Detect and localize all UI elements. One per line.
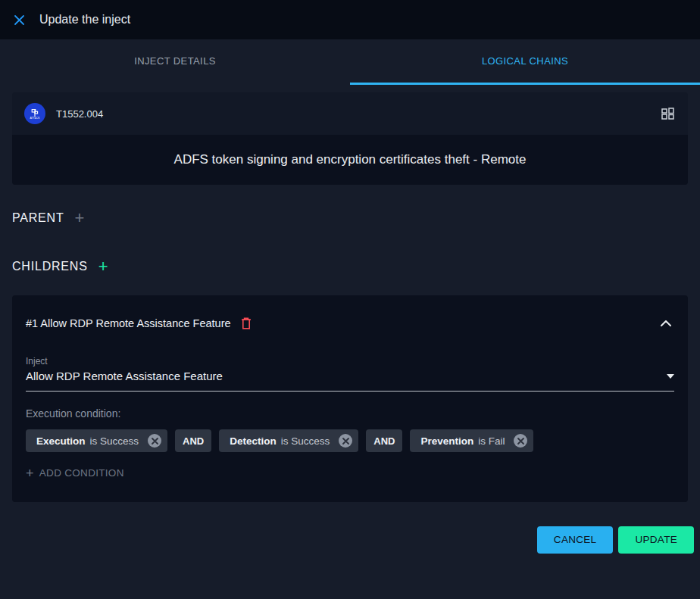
remove-condition-x-icon xyxy=(517,438,524,445)
add-child-button[interactable]: + xyxy=(98,259,108,274)
close-icon xyxy=(14,14,25,26)
parent-section: PARENT + xyxy=(12,209,688,227)
operator-and: AND xyxy=(175,429,211,452)
condition-chip-execution: Execution is Success xyxy=(26,429,167,452)
remove-condition-button[interactable] xyxy=(148,434,161,448)
condition-predicate: is Fail xyxy=(478,435,505,447)
condition-name: Execution xyxy=(36,435,86,447)
remove-condition-button[interactable] xyxy=(339,434,352,448)
mitre-attack-badge-icon: ATT&CK xyxy=(24,103,45,124)
delete-child-button[interactable] xyxy=(240,317,252,330)
tab-bar: INJECT DETAILS LOGICAL CHAINS xyxy=(0,39,700,85)
dialog-content: ATT&CK T1552.004 ADFS token signing and … xyxy=(0,92,700,502)
attack-card-header: ATT&CK T1552.004 xyxy=(12,92,688,135)
inject-select-value: Allow RDP Remote Assistance Feature xyxy=(26,370,667,382)
close-button[interactable] xyxy=(11,11,27,28)
condition-chip-prevention: Prevention is Fail xyxy=(410,429,533,452)
matrix-grid-button[interactable] xyxy=(659,106,676,122)
condition-name: Detection xyxy=(230,435,277,447)
childrens-section-label: CHILDRENS xyxy=(12,260,88,273)
trash-icon xyxy=(240,317,252,330)
inject-field-label: Inject xyxy=(26,356,674,367)
dialog-footer: CANCEL UPDATE xyxy=(0,526,700,554)
condition-predicate: is Success xyxy=(90,435,139,447)
operator-and: AND xyxy=(366,429,402,452)
plus-icon: + xyxy=(26,468,34,479)
inject-select[interactable]: Allow RDP Remote Assistance Feature xyxy=(26,367,674,392)
add-parent-button[interactable]: + xyxy=(75,211,85,226)
tab-inject-details[interactable]: INJECT DETAILS xyxy=(0,39,350,85)
attack-technique-title: ADFS token signing and encryption certif… xyxy=(174,152,527,167)
condition-chip-detection: Detection is Success xyxy=(219,429,358,452)
dialog-title: Update the inject xyxy=(39,13,130,27)
child-chain-card: #1 Allow RDP Remote Assistance Feature I… xyxy=(12,295,688,502)
add-condition-button[interactable]: + ADD CONDITION xyxy=(26,467,124,479)
parent-section-label: PARENT xyxy=(12,211,64,225)
attack-technique-card: ATT&CK T1552.004 ADFS token signing and … xyxy=(12,92,688,185)
remove-condition-x-icon xyxy=(342,438,349,445)
condition-predicate: is Success xyxy=(281,435,330,447)
chevron-up-icon xyxy=(661,320,671,326)
childrens-section: CHILDRENS + xyxy=(12,257,688,276)
cancel-button[interactable]: CANCEL xyxy=(537,526,614,554)
remove-condition-x-icon xyxy=(152,438,158,445)
condition-name: Prevention xyxy=(420,435,473,447)
technique-id: T1552.004 xyxy=(56,108,103,120)
dialog-titlebar: Update the inject xyxy=(0,0,700,39)
dropdown-caret-icon xyxy=(667,374,674,379)
condition-chips-row: Execution is Success AND Detection is Su… xyxy=(26,429,674,452)
add-condition-label: ADD CONDITION xyxy=(39,467,124,479)
execution-condition-label: Execution condition: xyxy=(26,407,674,420)
child-chain-header: #1 Allow RDP Remote Assistance Feature xyxy=(26,317,674,330)
update-button[interactable]: UPDATE xyxy=(618,526,694,554)
collapse-child-button[interactable] xyxy=(661,320,674,326)
matrix-grid-icon xyxy=(659,106,676,122)
child-chain-title: #1 Allow RDP Remote Assistance Feature xyxy=(26,317,231,329)
remove-condition-button[interactable] xyxy=(514,434,527,448)
tab-logical-chains[interactable]: LOGICAL CHAINS xyxy=(350,39,700,85)
attack-card-body: ADFS token signing and encryption certif… xyxy=(12,135,688,185)
svg-text:ATT&CK: ATT&CK xyxy=(30,117,40,120)
